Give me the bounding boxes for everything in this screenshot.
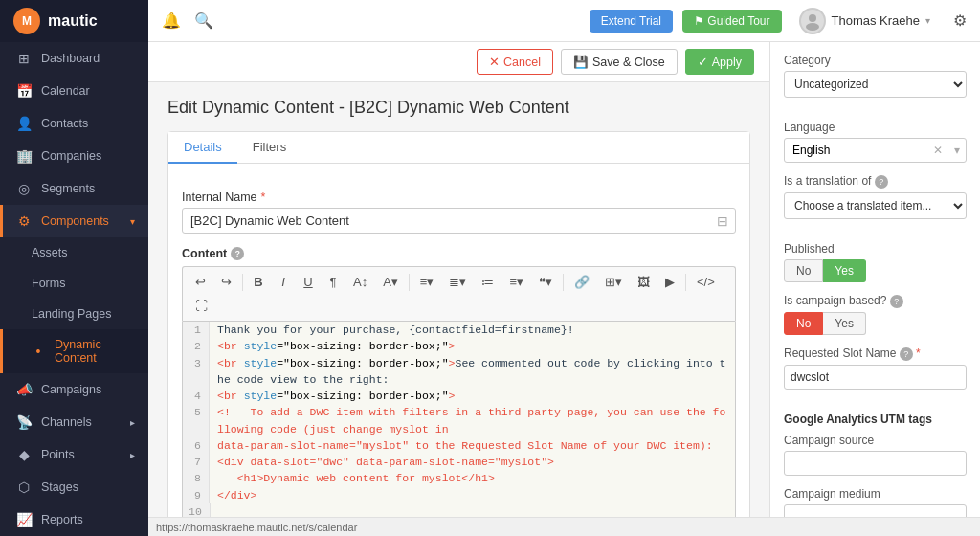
translation-group: Is a translation of ? Choose a translate…: [784, 174, 967, 231]
slot-name-input[interactable]: [784, 365, 967, 390]
paragraph-button[interactable]: ¶: [322, 271, 345, 293]
sidebar-item-calendar[interactable]: 📅 Calendar: [0, 75, 148, 107]
sidebar-logo[interactable]: M mautic: [0, 0, 148, 42]
align-button[interactable]: ≡▾: [413, 271, 441, 293]
guided-tour-icon: ⚑: [694, 14, 704, 28]
segments-icon: ◎: [16, 181, 32, 196]
campaigns-icon: 📣: [16, 382, 32, 397]
campaign-source-input[interactable]: [784, 451, 967, 476]
internal-name-input[interactable]: [182, 208, 736, 234]
campaign-based-label: Is campaign based? ?: [784, 294, 967, 308]
reports-icon: 📈: [16, 512, 32, 527]
internal-name-label: Internal Name *: [182, 190, 736, 204]
fullscreen-button[interactable]: ⛶: [189, 295, 214, 317]
campaign-based-yes-button[interactable]: Yes: [823, 312, 866, 335]
underline-button[interactable]: U: [297, 271, 320, 293]
sidebar-item-segments[interactable]: ◎ Segments: [0, 172, 148, 205]
sidebar: M mautic ⊞ Dashboard 📅 Calendar 👤 Contac…: [0, 0, 148, 536]
sidebar-item-label: Dashboard: [41, 52, 100, 65]
search-icon[interactable]: 🔍: [194, 11, 213, 30]
toolbar-sep-4: [685, 274, 686, 291]
status-bar: https://thomaskraehe.mautic.net/s/calend…: [148, 517, 980, 536]
sidebar-item-reports[interactable]: 📈 Reports: [0, 503, 148, 536]
language-value: English: [785, 139, 927, 162]
slot-name-info-icon[interactable]: ?: [900, 347, 913, 361]
published-yes-button[interactable]: Yes: [823, 259, 866, 282]
extend-trial-button[interactable]: Extend Trial: [590, 10, 673, 33]
points-icon: ◆: [16, 447, 32, 462]
notification-bell-icon[interactable]: 🔔: [162, 11, 181, 30]
apply-button[interactable]: ✓ Apply: [685, 49, 754, 75]
sidebar-item-forms[interactable]: Forms: [0, 268, 148, 299]
campaign-medium-label: Campaign medium: [784, 487, 967, 501]
guided-tour-button[interactable]: ⚑ Guided Tour: [682, 10, 782, 33]
language-clear-icon[interactable]: ✕: [927, 140, 948, 161]
font-color-button[interactable]: A▾: [376, 271, 405, 293]
check-icon: ✓: [698, 55, 708, 69]
code-line-5: 5 <!-- To add a DWC item with filters in…: [183, 404, 735, 437]
sidebar-item-stages[interactable]: ⬡ Stages: [0, 471, 148, 503]
sidebar-item-components[interactable]: ⚙ Components ▾: [0, 205, 148, 237]
align2-button[interactable]: ≣▾: [442, 271, 473, 293]
svg-point-2: [806, 23, 819, 31]
image-button[interactable]: 🖼: [631, 271, 657, 293]
translation-select[interactable]: Choose a translated item...: [784, 192, 967, 219]
dashboard-icon: ⊞: [16, 51, 32, 66]
bold-button[interactable]: B: [247, 271, 270, 293]
table-button[interactable]: ⊞▾: [598, 271, 629, 293]
published-no-button[interactable]: No: [784, 259, 823, 282]
settings-icon[interactable]: ⚙: [953, 11, 967, 30]
undo-button[interactable]: ↩: [189, 271, 212, 293]
slot-name-group: Requested Slot Name ? *: [784, 346, 967, 401]
slot-name-label: Requested Slot Name ? *: [784, 346, 967, 361]
font-size-button[interactable]: A↕: [346, 271, 374, 293]
sidebar-item-points[interactable]: ◆ Points ▸: [0, 438, 148, 471]
category-select[interactable]: Uncategorized: [784, 71, 967, 98]
tab-filters[interactable]: Filters: [237, 132, 301, 164]
sidebar-item-label: Points: [41, 448, 75, 461]
sidebar-item-label: Assets: [32, 246, 68, 259]
sidebar-item-dashboard[interactable]: ⊞ Dashboard: [0, 42, 148, 75]
language-chevron-icon[interactable]: ▾: [948, 140, 966, 161]
content-info-icon[interactable]: ?: [231, 247, 244, 260]
sidebar-item-companies[interactable]: 🏢 Companies: [0, 140, 148, 172]
code-line-1: 1 Thank you for your purchase, {contactf…: [183, 322, 735, 338]
sidebar-item-label: Channels: [41, 415, 92, 429]
list-button[interactable]: ≔: [475, 271, 501, 293]
code-line-6: 6 data-param-slot-name="myslot" to the R…: [183, 437, 735, 454]
sidebar-item-channels[interactable]: 📡 Channels ▸: [0, 406, 148, 438]
dot-icon: •: [32, 344, 45, 359]
translation-info-icon[interactable]: ?: [875, 175, 888, 189]
grid-icon: ⊟: [717, 213, 728, 229]
list2-button[interactable]: ≡▾: [502, 271, 530, 293]
tab-details[interactable]: Details: [168, 132, 237, 164]
tab-bar: Details Filters: [168, 132, 749, 164]
language-label: Language: [784, 121, 967, 134]
status-url: https://thomaskraehe.mautic.net/s/calend…: [156, 522, 357, 533]
sidebar-item-contacts[interactable]: 👤 Contacts: [0, 107, 148, 140]
user-menu[interactable]: Thomas Kraehe ▾: [791, 4, 939, 38]
published-group: Published No Yes: [784, 242, 967, 282]
sidebar-item-campaigns[interactable]: 📣 Campaigns: [0, 373, 148, 406]
save-close-button[interactable]: 💾 Save & Close: [561, 49, 678, 75]
language-group: Language English ✕ ▾: [784, 121, 967, 163]
sidebar-item-label: Contacts: [41, 117, 88, 130]
sidebar-item-assets[interactable]: Assets: [0, 237, 148, 268]
redo-button[interactable]: ↪: [214, 271, 238, 293]
sidebar-item-label: Dynamic Content: [55, 338, 135, 365]
link-button[interactable]: 🔗: [568, 271, 596, 293]
code-view-button[interactable]: </>: [690, 271, 722, 293]
content-group: Content ? ↩ ↪ B I U ¶ A↕ A▾ ≡▾ ≣▾: [182, 247, 736, 536]
sidebar-item-dynamic-content[interactable]: • Dynamic Content: [0, 329, 148, 373]
channels-icon: 📡: [16, 414, 32, 430]
sidebar-item-landing-pages[interactable]: Landing Pages: [0, 299, 148, 329]
blockquote-button[interactable]: ❝▾: [532, 271, 559, 293]
chevron-down-icon: ▾: [130, 216, 135, 227]
italic-button[interactable]: I: [272, 271, 295, 293]
campaign-based-no-button[interactable]: No: [784, 312, 823, 335]
video-button[interactable]: ▶: [658, 271, 681, 293]
cancel-button[interactable]: ✕ Cancel: [477, 49, 553, 75]
campaign-based-info-icon[interactable]: ?: [890, 295, 903, 308]
code-editor[interactable]: 1 Thank you for your purchase, {contactf…: [182, 321, 736, 536]
utm-label: Google Analytics UTM tags: [784, 413, 967, 426]
